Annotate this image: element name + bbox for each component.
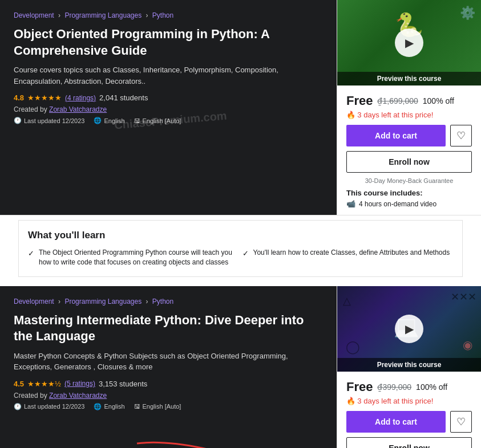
course-card-2: Development › Programming Languages › Py… <box>0 286 481 448</box>
meta-row-1: 🕐 Last updated 12/2023 🌐 English 🖫 Engli… <box>14 117 323 124</box>
preview-label-1: Preview this course <box>337 72 481 85</box>
learn-grid-1: ✓ The Object Oriented Programming Python… <box>28 248 453 267</box>
fire-icon-1: 🔥 <box>346 111 355 119</box>
stars-2: ★★★★½ <box>27 380 61 388</box>
instructor-link-2[interactable]: Zorab Vatcharadze <box>49 392 107 400</box>
breadcrumb-2: Development › Programming Languages › Py… <box>14 298 323 306</box>
page-wrapper: Development › Programming Languages › Py… <box>0 0 481 448</box>
instructor-prefix-2: Created by <box>14 392 47 400</box>
includes-video-text-1: 4 hours on-demand video <box>359 200 436 208</box>
breadcrumb-sep-2: › <box>146 11 148 19</box>
subtitle-icon-2: 🖫 <box>134 403 140 410</box>
breadcrumb-sep-4: › <box>146 298 148 306</box>
heart-icon-2: ♡ <box>456 416 466 428</box>
wishlist-button-2[interactable]: ♡ <box>450 411 472 433</box>
course-left-1: Development › Programming Languages › Py… <box>0 0 337 215</box>
check-icon-1-0: ✓ <box>28 249 34 259</box>
price-row-2: Free ₫399,000 100% off <box>346 380 472 394</box>
course-left-2: Development › Programming Languages › Py… <box>0 286 337 448</box>
globe-icon-1: 🌐 <box>94 117 102 124</box>
last-updated-1: Last updated 12/2023 <box>24 117 84 124</box>
pricing-panel-2: Free ₫399,000 100% off 🔥 3 days left at … <box>337 372 481 448</box>
course-card-1: Development › Programming Languages › Py… <box>0 0 481 215</box>
subtitle-icon-1: 🖫 <box>134 117 140 124</box>
meta-lang-1: 🌐 English <box>94 117 124 124</box>
meta-subtitle-1: 🖫 English [Auto] <box>134 117 181 124</box>
instructor-row-2: Created by Zorab Vatcharadze <box>14 392 323 400</box>
rating-row-1: 4.8 ★★★★★ (4 ratings) 2,041 students <box>14 93 323 102</box>
preview-thumb-2[interactable]: ✕✕✕ ◯ △ ◉ 💻 ▶ Preview this course <box>337 286 481 372</box>
learn-item-1-1: ✓ You'll learn how to create Classes, de… <box>242 248 454 267</box>
preview-thumb-1[interactable]: 🐍 ⚙️ ▶ Preview this course <box>337 0 481 85</box>
price-original-2: ₫399,000 <box>377 382 411 392</box>
breadcrumb-1: Development › Programming Languages › Py… <box>14 11 323 19</box>
btn-row-1: Add to cart ♡ <box>346 125 472 146</box>
price-original-1: ₫1,699,000 <box>377 96 418 105</box>
instructor-prefix-1: Created by <box>14 105 47 113</box>
btn-row-2: Add to cart ♡ <box>346 411 472 433</box>
course-right-1: 🐍 ⚙️ ▶ Preview this course Free ₫1,699,0… <box>337 0 481 215</box>
play-button-1[interactable]: ▶ <box>395 28 423 57</box>
learn-item-1-0: ✓ The Object Oriented Programming Python… <box>28 248 239 267</box>
clock-icon-2: 🕐 <box>14 403 22 410</box>
students-count-2: 3,153 students <box>99 380 147 388</box>
play-button-2[interactable]: ▶ <box>395 315 423 343</box>
learn-text-1-0: The Object Oriented Programming Python c… <box>39 248 239 267</box>
rating-link-2[interactable]: (5 ratings) <box>64 380 95 388</box>
heart-icon-1: ♡ <box>456 129 466 142</box>
breadcrumb-development-2[interactable]: Development <box>14 298 54 306</box>
price-row-1: Free ₫1,699,000 100% off <box>346 93 472 108</box>
breadcrumb-development[interactable]: Development <box>14 11 54 19</box>
course-title-1: Object Oriented Programming in Python: A… <box>14 26 323 59</box>
check-icon-1-1: ✓ <box>242 249 249 259</box>
rating-link-1[interactable]: (4 ratings) <box>65 94 96 102</box>
price-free-2: Free <box>346 380 373 394</box>
preview-label-2: Preview this course <box>337 358 481 372</box>
students-count-1: 2,041 students <box>99 93 148 102</box>
enroll-now-button-1[interactable]: Enroll now <box>346 151 472 173</box>
meta-updated-2: 🕐 Last updated 12/2023 <box>14 403 84 410</box>
coupon-warning-2: 🔥 3 days left at this price! <box>346 397 472 405</box>
coupon-warning-text-2: 3 days left at this price! <box>357 397 433 405</box>
second-course-wrapper: Development › Programming Languages › Py… <box>0 286 481 448</box>
enroll-now-button-2[interactable]: Enroll now <box>346 437 472 448</box>
fire-icon-2: 🔥 <box>346 397 355 405</box>
coupon-warning-text-1: 3 days left at this price! <box>357 111 433 119</box>
breadcrumb-programming-2[interactable]: Programming Languages <box>64 298 142 306</box>
learn-text-1-1: You'll learn how to create Classes, defi… <box>253 248 450 258</box>
last-updated-2: Last updated 12/2023 <box>24 403 84 410</box>
price-free-1: Free <box>346 93 373 108</box>
coupon-warning-1: 🔥 3 days left at this price! <box>346 111 472 119</box>
meta-subtitle-2: 🖫 English [Auto] <box>134 403 181 410</box>
rating-num-2: 4.5 <box>14 380 24 388</box>
add-to-cart-button-2[interactable]: Add to cart <box>346 411 446 433</box>
video-icon-1: 📹 <box>346 199 355 208</box>
breadcrumb-python-2[interactable]: Python <box>152 298 173 306</box>
price-discount-2: 100% off <box>416 382 447 392</box>
subtitle-2: English [Auto] <box>143 403 181 410</box>
guarantee-text-1: 30-Day Money-Back Guarantee <box>346 177 472 184</box>
price-discount-1: 100% off <box>423 96 454 105</box>
stars-1: ★★★★★ <box>27 93 62 102</box>
course-desc-1: Course covers topics such as Classes, In… <box>14 64 323 87</box>
breadcrumb-programming[interactable]: Programming Languages <box>64 11 142 19</box>
breadcrumb-sep-3: › <box>58 298 60 306</box>
learn-section-1: What you'll learn ✓ The Object Oriented … <box>18 220 463 277</box>
clock-icon-1: 🕐 <box>14 117 22 124</box>
meta-row-2: 🕐 Last updated 12/2023 🌐 English 🖫 Engli… <box>14 403 323 410</box>
learn-title-1: What you'll learn <box>28 230 453 241</box>
course-desc-2: Master Python Concepts & Python Subjects… <box>14 351 323 373</box>
subtitle-1: English [Auto] <box>143 117 181 124</box>
course-title-2: Mastering Intermediate Python: Dive Deep… <box>14 312 323 345</box>
pricing-panel-1: Free ₫1,699,000 100% off 🔥 3 days left a… <box>337 85 481 215</box>
wishlist-button-1[interactable]: ♡ <box>450 125 472 146</box>
instructor-link-1[interactable]: Zorab Vatcharadze <box>49 105 107 113</box>
rating-row-2: 4.5 ★★★★½ (5 ratings) 3,153 students <box>14 380 323 388</box>
globe-icon-2: 🌐 <box>94 403 102 410</box>
includes-title-1: This course includes: <box>346 189 472 197</box>
breadcrumb-python[interactable]: Python <box>152 11 173 19</box>
course-right-2: ✕✕✕ ◯ △ ◉ 💻 ▶ Preview this course Free ₫… <box>337 286 481 448</box>
meta-lang-2: 🌐 English <box>94 403 124 410</box>
add-to-cart-button-1[interactable]: Add to cart <box>346 125 446 146</box>
rating-num-1: 4.8 <box>14 93 24 102</box>
